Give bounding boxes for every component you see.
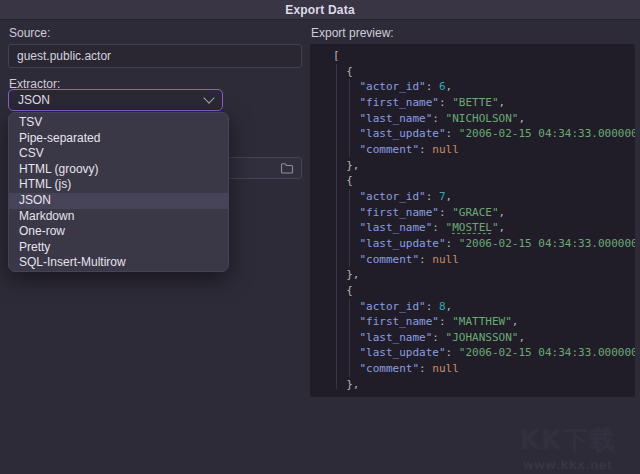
code-line: }, <box>333 377 635 393</box>
extractor-selected-value: JSON <box>18 93 50 107</box>
dropdown-item-one-row[interactable]: One-row <box>9 224 228 240</box>
source-label: Source: <box>9 26 50 40</box>
code-line: "last_name": "NICHOLSON", <box>333 111 635 127</box>
code-line: "last_update": "2006-02-15 04:34:33.0000… <box>333 126 635 142</box>
dropdown-item-csv[interactable]: CSV <box>9 146 228 162</box>
dialog-title: Export Data <box>285 3 355 17</box>
extractor-dropdown-list: TSVPipe-separatedCSVHTML (groovy)HTML (j… <box>8 112 229 272</box>
folder-icon <box>280 163 294 174</box>
dialog-titlebar[interactable]: Export Data <box>0 0 640 20</box>
code-line: "comment": null <box>333 142 635 158</box>
browse-folder-button[interactable] <box>278 161 296 176</box>
code-line: "actor_id": 7, <box>333 189 635 205</box>
code-line: { <box>333 64 635 80</box>
code-line: "last_update": "2006-02-15 04:34:33.0000… <box>333 236 635 252</box>
dropdown-item-pipe-separated[interactable]: Pipe-separated <box>9 131 228 147</box>
watermark: KK下载 www.kkx.net <box>510 423 626 472</box>
watermark-url: www.kkx.net <box>510 457 626 472</box>
code-line: }, <box>333 267 635 283</box>
code-line: "first_name": "GRACE", <box>333 205 635 221</box>
extractor-combobox[interactable]: JSON <box>8 89 223 111</box>
code-line: [ <box>333 48 635 64</box>
export-data-dialog: Export Data Source: guest.public.actor E… <box>0 0 640 474</box>
watermark-logo: KK下载 <box>510 423 626 457</box>
dropdown-item-html-js[interactable]: HTML (js) <box>9 177 228 193</box>
code-line: { <box>333 173 635 189</box>
dropdown-item-json[interactable]: JSON <box>9 193 228 209</box>
export-preview-code[interactable]: [ { "actor_id": 6, "first_name": "BETTE"… <box>310 44 635 397</box>
source-input-value: guest.public.actor <box>17 49 111 63</box>
code-line: "actor_id": 6, <box>333 79 635 95</box>
code-line: "last_name": "JOHANSSON", <box>333 330 635 346</box>
code-line: "first_name": "BETTE", <box>333 95 635 111</box>
dropdown-item-sql-insert-multirow[interactable]: SQL-Insert-Multirow <box>9 255 228 271</box>
code-line: "last_name": "MOSTEL", <box>333 220 635 236</box>
code-line: "first_name": "MATTHEW", <box>333 314 635 330</box>
dropdown-item-sql-insert-statements[interactable]: SQL-Insert-Statements <box>9 271 228 272</box>
chevron-down-icon <box>203 92 214 103</box>
export-preview-label: Export preview: <box>311 26 394 40</box>
code-line: "last_update": "2006-02-15 04:34:33.0000… <box>333 345 635 361</box>
dropdown-item-markdown[interactable]: Markdown <box>9 209 228 225</box>
dropdown-item-tsv[interactable]: TSV <box>9 115 228 131</box>
code-line: "actor_id": 8, <box>333 299 635 315</box>
source-input[interactable]: guest.public.actor <box>8 44 302 68</box>
code-line: { <box>333 283 635 299</box>
code-line: }, <box>333 158 635 174</box>
dropdown-item-pretty[interactable]: Pretty <box>9 240 228 256</box>
code-lines: [ { "actor_id": 6, "first_name": "BETTE"… <box>310 44 635 397</box>
code-line: "comment": null <box>333 252 635 268</box>
code-line: "comment": null <box>333 361 635 377</box>
dropdown-item-html-groovy[interactable]: HTML (groovy) <box>9 162 228 178</box>
